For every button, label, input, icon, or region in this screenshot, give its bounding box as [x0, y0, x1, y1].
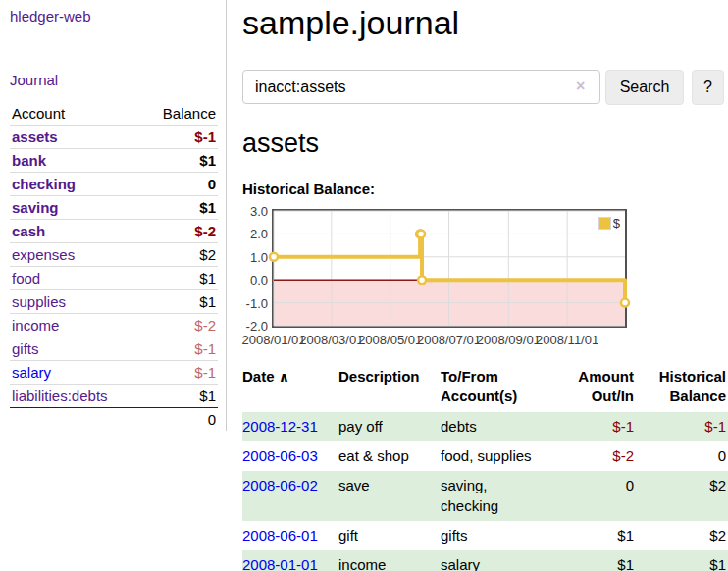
register-header-row: Date ∧ Description To/FromAccount(s) Amo… — [242, 365, 728, 412]
transaction-date-link[interactable]: 2008-12-31 — [242, 418, 318, 435]
transaction-date-link[interactable]: 2008-01-01 — [242, 556, 318, 571]
account-balance-value: $1 — [142, 385, 218, 408]
account-link-expenses[interactable]: expenses — [12, 246, 75, 263]
account-balance-value: $1 — [142, 290, 218, 314]
account-link-saving[interactable]: saving — [12, 199, 59, 216]
transaction-date-link[interactable]: 2008-06-01 — [242, 527, 318, 544]
account-heading: assets — [242, 129, 728, 159]
sidebar: hledger-web Journal Account Balance asse… — [0, 0, 227, 431]
transaction-amount: $-1 — [550, 412, 636, 441]
y-axis-tick-label: -2.0 — [242, 319, 268, 334]
help-button[interactable]: ? — [692, 70, 724, 105]
x-axis-tick-label: 2008/05/01 — [358, 333, 422, 347]
transaction-balance: $-1 — [636, 412, 728, 441]
amount-column-header: AmountOut/In — [550, 365, 636, 412]
register-table: Date ∧ Description To/FromAccount(s) Amo… — [242, 365, 728, 571]
account-link-food[interactable]: food — [12, 270, 40, 286]
date-column-header[interactable]: Date ∧ — [242, 365, 338, 412]
account-total-row: 0 — [10, 408, 218, 432]
account-row: saving$1 — [10, 196, 218, 220]
search-input[interactable] — [242, 70, 600, 104]
transaction-balance: $2 — [636, 471, 728, 521]
transaction-description: gift — [338, 521, 441, 550]
account-link-salary[interactable]: salary — [12, 364, 51, 381]
account-row: liabilities:debts$1 — [10, 385, 218, 408]
x-axis-tick-label: 2008/03/01 — [299, 333, 363, 347]
account-row: bank$1 — [10, 149, 218, 173]
balance-column-header-register: HistoricalBalance — [636, 365, 728, 412]
clear-search-icon[interactable]: × — [576, 78, 585, 95]
chart-plot-area: $ — [272, 209, 627, 328]
nav-journal-link[interactable]: Journal — [10, 72, 218, 88]
account-row: assets$-1 — [10, 126, 218, 149]
account-row: supplies$1 — [10, 290, 218, 314]
transaction-amount: $-2 — [550, 441, 636, 471]
register-row: 2008-06-03eat & shopfood, supplies$-20 — [242, 441, 728, 471]
x-axis-tick-label: 2008/09/01 — [477, 333, 541, 347]
account-link-bank[interactable]: bank — [12, 152, 46, 169]
page-title: sample.journal — [242, 4, 728, 42]
y-axis-tick-label: 2.0 — [242, 227, 268, 241]
y-axis-tick-label: 1.0 — [242, 249, 268, 264]
sort-ascending-icon: ∧ — [279, 369, 289, 385]
account-balance-value: $-1 — [142, 126, 218, 149]
account-balance-value: $-1 — [142, 361, 218, 385]
transaction-balance: 0 — [636, 441, 728, 471]
account-row: gifts$-1 — [10, 337, 218, 361]
legend-swatch-icon — [598, 217, 611, 230]
transaction-balance: $1 — [636, 550, 728, 571]
transaction-amount: $1 — [550, 550, 636, 571]
register-row: 2008-01-01incomesalary$1$1 — [242, 550, 728, 571]
account-link-cash[interactable]: cash — [12, 223, 45, 239]
transaction-accounts: food, supplies — [441, 441, 550, 471]
account-balance-value: $1 — [142, 149, 218, 173]
account-link-gifts[interactable]: gifts — [12, 340, 39, 357]
chart-title: Historical Balance: — [242, 181, 728, 197]
search-form: × Search ? — [242, 70, 728, 105]
account-total-value: 0 — [142, 408, 218, 432]
account-row: expenses$2 — [10, 243, 218, 267]
y-axis-tick-label: 3.0 — [242, 204, 268, 219]
chart-svg — [274, 211, 625, 326]
transaction-date-link[interactable]: 2008-06-02 — [242, 477, 318, 493]
transaction-description: income — [338, 550, 441, 571]
account-row: salary$-1 — [10, 361, 218, 385]
register-row: 2008-12-31pay offdebts$-1$-1 — [242, 412, 728, 441]
transaction-description: save — [338, 471, 441, 521]
x-axis-tick-label: 2008/11/01 — [536, 333, 598, 347]
account-balance-value: 0 — [142, 173, 218, 196]
account-table-body: assets$-1bank$1checking0saving$1cash$-2e… — [10, 126, 218, 408]
account-balance-value: $-1 — [142, 337, 218, 361]
x-axis-tick-label: 2008/07/01 — [417, 333, 481, 347]
account-link-supplies[interactable]: supplies — [12, 293, 66, 310]
historical-balance-chart: $ 3.02.01.00.0-1.0-2.02008/01/012008/03/… — [242, 206, 728, 349]
transaction-date-link[interactable]: 2008-06-03 — [242, 447, 318, 464]
account-link-liabilities-debts[interactable]: liabilities:debts — [12, 388, 108, 404]
account-balance-value: $1 — [142, 196, 218, 220]
account-balance-value: $1 — [142, 267, 218, 290]
register-row: 2008-06-02savesaving, checking0$2 — [242, 471, 728, 521]
description-column-header: Description — [338, 365, 441, 412]
register-table-body: 2008-12-31pay offdebts$-1$-12008-06-03ea… — [242, 412, 728, 571]
account-row: food$1 — [10, 267, 218, 290]
transaction-balance: $2 — [636, 521, 728, 550]
balance-column-header: Balance — [142, 102, 218, 126]
transaction-description: eat & shop — [338, 441, 441, 471]
transaction-description: pay off — [338, 412, 441, 441]
app-title-link[interactable]: hledger-web — [10, 8, 218, 25]
account-link-checking[interactable]: checking — [12, 176, 76, 192]
account-row: checking0 — [10, 173, 218, 196]
register-row: 2008-06-01giftgifts$1$2 — [242, 521, 728, 550]
account-column-header: Account — [10, 102, 142, 126]
y-axis-tick-label: -1.0 — [242, 295, 268, 310]
transaction-accounts: gifts — [441, 521, 550, 550]
search-button[interactable]: Search — [605, 70, 684, 105]
transaction-accounts: saving, checking — [441, 471, 550, 521]
transaction-accounts: salary — [441, 550, 550, 571]
chart-legend: $ — [598, 216, 620, 231]
accounts-column-header: To/FromAccount(s) — [441, 365, 550, 412]
x-axis-tick-label: 2008/01/01 — [241, 333, 305, 347]
transaction-amount: 0 — [550, 471, 636, 521]
account-link-income[interactable]: income — [12, 317, 59, 334]
account-link-assets[interactable]: assets — [12, 129, 58, 145]
